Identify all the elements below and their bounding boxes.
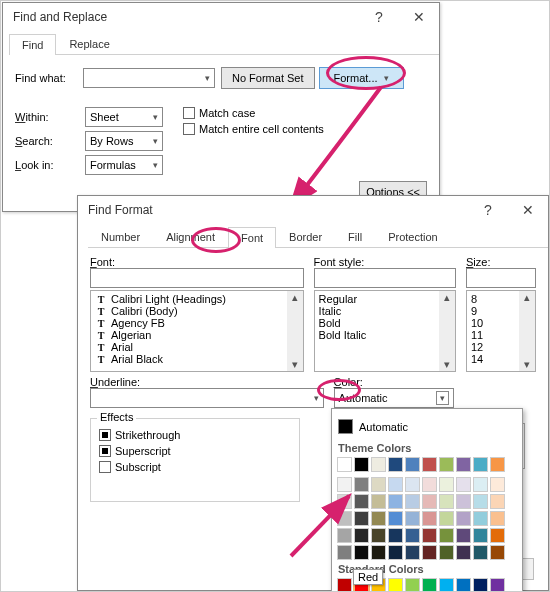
color-swatch[interactable] [354, 477, 369, 492]
color-swatch[interactable] [337, 457, 352, 472]
font-style-input[interactable] [314, 268, 456, 288]
font-input[interactable] [90, 268, 304, 288]
color-swatch[interactable] [354, 511, 369, 526]
tab-alignment[interactable]: Alignment [153, 226, 228, 247]
color-swatch[interactable] [422, 545, 437, 560]
color-swatch[interactable] [422, 494, 437, 509]
match-entire-check[interactable]: Match entire cell contents [183, 123, 324, 135]
color-swatch[interactable] [405, 457, 420, 472]
tab-border[interactable]: Border [276, 226, 335, 247]
color-swatch[interactable] [388, 477, 403, 492]
scrollbar[interactable]: ▴▾ [287, 291, 303, 371]
size-input[interactable] [466, 268, 536, 288]
color-swatch[interactable] [388, 578, 403, 592]
color-swatch[interactable] [490, 494, 505, 509]
search-select[interactable]: By Rows▾ [85, 131, 163, 151]
tab-protection[interactable]: Protection [375, 226, 451, 247]
color-swatch[interactable] [473, 457, 488, 472]
color-swatch[interactable] [337, 528, 352, 543]
color-swatch[interactable] [371, 494, 386, 509]
color-swatch[interactable] [422, 528, 437, 543]
tab-number[interactable]: Number [88, 226, 153, 247]
color-swatch[interactable] [354, 545, 369, 560]
color-swatch[interactable] [371, 511, 386, 526]
match-case-check[interactable]: Match case [183, 107, 324, 119]
color-swatch[interactable] [422, 457, 437, 472]
color-swatch[interactable] [371, 528, 386, 543]
size-list[interactable]: 8 9 10 11 12 14 ▴▾ [466, 290, 536, 372]
color-swatch[interactable] [337, 578, 352, 592]
color-swatch[interactable] [473, 545, 488, 560]
color-swatch[interactable] [490, 511, 505, 526]
format-button[interactable]: Format...▾ [319, 67, 404, 89]
font-style-list[interactable]: Regular Italic Bold Bold Italic ▴▾ [314, 290, 456, 372]
color-swatch[interactable] [354, 528, 369, 543]
color-swatch[interactable] [473, 578, 488, 592]
color-swatch[interactable] [405, 578, 420, 592]
color-swatch[interactable] [405, 494, 420, 509]
color-swatch[interactable] [439, 477, 454, 492]
color-swatch[interactable] [405, 528, 420, 543]
color-swatch[interactable] [456, 545, 471, 560]
color-select[interactable]: Automatic▾ [334, 388, 454, 408]
color-swatch[interactable] [388, 494, 403, 509]
color-swatch[interactable] [337, 477, 352, 492]
color-swatch[interactable] [456, 477, 471, 492]
color-swatch[interactable] [490, 528, 505, 543]
color-swatch[interactable] [439, 578, 454, 592]
font-list[interactable]: TCalibri Light (Headings) TCalibri (Body… [90, 290, 304, 372]
color-swatch[interactable] [490, 457, 505, 472]
underline-select[interactable]: ▾ [90, 388, 324, 408]
color-swatch[interactable] [439, 457, 454, 472]
color-swatch[interactable] [354, 457, 369, 472]
strikethrough-check[interactable]: Strikethrough [99, 429, 291, 441]
color-swatch[interactable] [371, 457, 386, 472]
tab-replace[interactable]: Replace [56, 33, 122, 54]
superscript-check[interactable]: Superscript [99, 445, 291, 457]
color-swatch[interactable] [456, 511, 471, 526]
color-swatch[interactable] [473, 511, 488, 526]
color-swatch[interactable] [371, 545, 386, 560]
subscript-check[interactable]: Subscript [99, 461, 291, 473]
color-swatch[interactable] [439, 545, 454, 560]
color-swatch[interactable] [422, 511, 437, 526]
color-swatch[interactable] [456, 578, 471, 592]
no-format-button[interactable]: No Format Set [221, 67, 315, 89]
scrollbar[interactable]: ▴▾ [439, 291, 455, 371]
find-what-input[interactable]: ▾ [83, 68, 215, 88]
color-swatch[interactable] [405, 511, 420, 526]
color-swatch[interactable] [439, 494, 454, 509]
color-swatch[interactable] [456, 457, 471, 472]
color-swatch[interactable] [490, 578, 505, 592]
within-select[interactable]: Sheet▾ [85, 107, 163, 127]
color-swatch[interactable] [490, 545, 505, 560]
tab-fill[interactable]: Fill [335, 226, 375, 247]
color-swatch[interactable] [439, 511, 454, 526]
color-swatch[interactable] [371, 477, 386, 492]
color-swatch[interactable] [473, 477, 488, 492]
tab-find[interactable]: Find [9, 34, 56, 55]
color-swatch[interactable] [405, 477, 420, 492]
color-swatch[interactable] [490, 477, 505, 492]
automatic-option[interactable]: Automatic [336, 417, 518, 436]
close-icon[interactable]: ✕ [508, 196, 548, 224]
color-swatch[interactable] [456, 528, 471, 543]
color-swatch[interactable] [473, 494, 488, 509]
color-swatch[interactable] [456, 494, 471, 509]
color-swatch[interactable] [422, 578, 437, 592]
close-icon[interactable]: ✕ [399, 3, 439, 31]
color-swatch[interactable] [405, 545, 420, 560]
lookin-select[interactable]: Formulas▾ [85, 155, 163, 175]
color-swatch[interactable] [337, 545, 352, 560]
color-swatch[interactable] [422, 477, 437, 492]
help-icon[interactable]: ? [359, 3, 399, 31]
scrollbar[interactable]: ▴▾ [519, 291, 535, 371]
color-swatch[interactable] [388, 545, 403, 560]
help-icon[interactable]: ? [468, 196, 508, 224]
tab-font[interactable]: Font [228, 227, 276, 248]
color-swatch[interactable] [388, 528, 403, 543]
color-swatch[interactable] [354, 494, 369, 509]
color-swatch[interactable] [388, 457, 403, 472]
color-swatch[interactable] [473, 528, 488, 543]
color-swatch[interactable] [439, 528, 454, 543]
